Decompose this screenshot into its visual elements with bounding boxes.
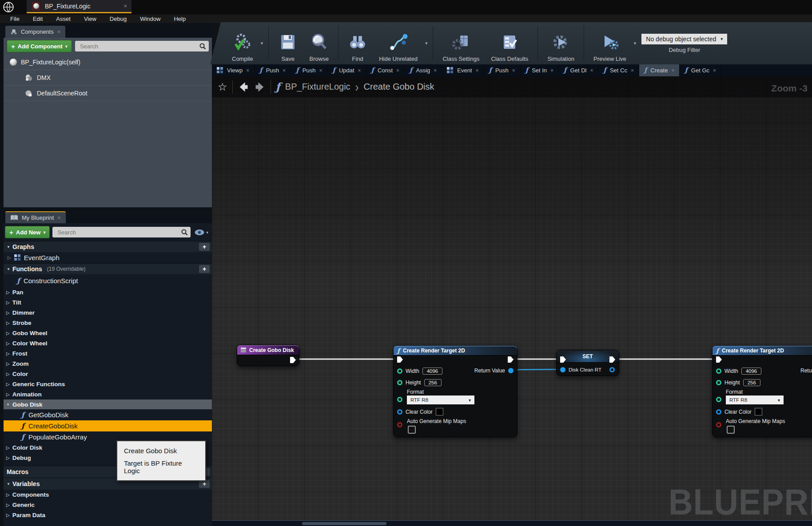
tab-components[interactable]: Components × [5,26,65,38]
close-icon[interactable]: × [396,67,399,74]
asset-tab[interactable]: BP_FixtureLogic × [27,0,131,13]
close-icon[interactable]: × [319,67,322,74]
category-generic-vars[interactable]: ▷Generic [4,500,212,510]
doc-tab-push-1[interactable]: ƒPush× [255,64,291,76]
node-set-disk-clean-rt[interactable]: SET Disk Clean RT [556,350,619,376]
collapsed-arrow-icon[interactable]: ▷ [8,255,11,260]
int-pin-icon[interactable] [716,380,721,385]
function-creategobodisk-selected[interactable]: ƒ CreateGoboDisk [4,420,212,431]
menu-file[interactable]: File [4,16,26,22]
doc-tab-viewport[interactable]: Viewp× [212,64,255,76]
exec-out-pin[interactable] [508,356,513,363]
section-functions[interactable]: ▼ Functions (19 Overridable) + [4,263,212,274]
close-icon[interactable]: × [550,67,553,74]
collapsed-arrow-icon[interactable]: ▷ [6,361,10,366]
width-value-input[interactable]: 4096 [741,368,762,375]
collapsed-arrow-icon[interactable]: ▷ [6,331,10,336]
row-constructionscript[interactable]: ƒ ConstructionScript [4,274,212,287]
my-blueprint-search-input[interactable] [56,229,181,236]
doc-tab-get-dl[interactable]: ƒGet Dl× [559,64,598,76]
menu-window[interactable]: Window [133,16,167,22]
doc-tab-push-2[interactable]: ƒPush× [291,64,327,76]
close-icon[interactable]: × [476,67,479,74]
category-components-vars[interactable]: ▷Components [4,490,212,500]
browse-button[interactable]: Browse [303,22,334,64]
category-pan[interactable]: ▷Pan [4,287,212,297]
collapsed-arrow-icon[interactable]: ▷ [6,320,10,325]
components-tab-close-icon[interactable]: × [57,28,61,35]
menu-asset[interactable]: Asset [49,16,77,22]
components-search-input[interactable] [79,43,199,50]
component-row-self[interactable]: BP_FixtureLogic(self) [4,55,212,70]
close-icon[interactable]: × [713,67,716,74]
collapsed-arrow-icon[interactable]: ▷ [6,445,10,450]
component-row-defaultsceneroot[interactable]: DefaultSceneRoot [4,86,212,101]
preview-live-button[interactable]: Preview Live [588,22,632,64]
bool-pin-icon[interactable] [716,422,721,427]
compile-options-caret[interactable]: ▾ [259,40,265,46]
bool-pin-icon[interactable] [397,422,402,427]
category-param-data[interactable]: ▷Param Data [4,510,212,520]
int-pin-icon[interactable] [397,380,402,385]
doc-tab-set-in[interactable]: ƒSet In× [521,64,559,76]
category-color[interactable]: ▷Color [4,369,212,379]
class-settings-button[interactable]: Class Settings [437,22,485,64]
format-dropdown[interactable]: RTF R8 ▾ [726,395,784,404]
back-arrow-icon[interactable] [238,81,249,93]
collapsed-arrow-icon[interactable]: ▷ [6,513,10,518]
int-pin-icon[interactable] [397,368,402,374]
collapsed-arrow-icon[interactable]: ▷ [6,290,10,295]
node-create-render-target-2d-2[interactable]: ƒ Create Render Target 2D Width 4096 Hei… [712,345,812,437]
height-value-input[interactable]: 256 [424,379,442,386]
visibility-filter-button[interactable]: ▾ [193,229,209,236]
category-generic-functions[interactable]: ▷Generic Functions [4,379,212,389]
collapsed-arrow-icon[interactable]: ▷ [6,351,10,356]
category-animation[interactable]: ▷Animation [4,389,212,399]
collapsed-arrow-icon[interactable]: ▷ [6,492,10,497]
close-icon[interactable]: × [590,67,593,74]
class-defaults-button[interactable]: Class Defaults [486,22,534,64]
menu-help[interactable]: Help [167,16,192,22]
horizontal-scrollbar[interactable] [212,520,812,526]
object-out-pin-icon[interactable] [609,367,615,372]
color-pin-icon[interactable] [397,409,402,415]
height-value-input[interactable]: 256 [743,379,760,386]
section-graphs[interactable]: ▼ Graphs + [4,241,212,252]
width-value-input[interactable]: 4096 [422,368,443,375]
category-frost[interactable]: ▷Frost [4,348,212,359]
compile-button[interactable]: Compile [226,22,259,64]
hide-unrelated-options-caret[interactable]: ▾ [423,40,430,46]
add-component-button[interactable]: + Add Component ▾ [7,40,72,52]
graph-canvas[interactable]: ☆ ƒ BP_FixtureLogic › Create Gobo Disk Z… [212,76,812,526]
doc-tab-push-3[interactable]: ƒPush× [484,64,521,76]
doc-tab-get-gc[interactable]: ƒGet Gc× [680,64,721,76]
asset-tab-close-icon[interactable]: × [123,3,127,9]
category-color-wheel[interactable]: ▷Color Wheel [4,338,212,348]
mips-checkbox[interactable] [727,426,735,434]
collapsed-arrow-icon[interactable]: ▷ [6,300,10,305]
save-button[interactable]: Save [272,22,303,64]
close-icon[interactable]: × [358,67,361,74]
preview-live-options-caret[interactable]: ▾ [632,40,638,46]
close-icon[interactable]: × [671,67,674,74]
node-create-render-target-2d-1[interactable]: ƒ Create Render Target 2D Width 4096 Hei… [393,345,517,437]
close-icon[interactable]: × [512,67,515,74]
close-icon[interactable]: × [434,67,437,74]
doc-tab-construct[interactable]: ƒConst× [366,64,405,76]
collapsed-arrow-icon[interactable]: ▷ [6,382,10,387]
menu-edit[interactable]: Edit [26,16,49,22]
my-blueprint-search[interactable] [52,227,191,237]
breadcrumb-root[interactable]: BP_FixtureLogic [285,82,350,92]
category-gobo-disk[interactable]: ▼ Gobo Disk [4,399,212,409]
find-button[interactable]: Find [342,22,373,64]
category-tilt[interactable]: ▷Tilt [4,297,212,308]
close-icon[interactable]: × [283,67,286,74]
scrollbar-thumb[interactable] [302,522,386,525]
exec-in-pin[interactable] [397,356,403,363]
doc-tab-assign[interactable]: ƒAssig× [405,64,442,76]
tab-my-blueprint[interactable]: My Blueprint × [5,211,66,223]
exec-out-pin[interactable] [290,357,296,363]
row-eventgraph[interactable]: ▷ EventGraph [4,252,212,263]
collapsed-arrow-icon[interactable]: ▷ [6,392,10,397]
category-gobo-wheel[interactable]: ▷Gobo Wheel [4,328,212,338]
